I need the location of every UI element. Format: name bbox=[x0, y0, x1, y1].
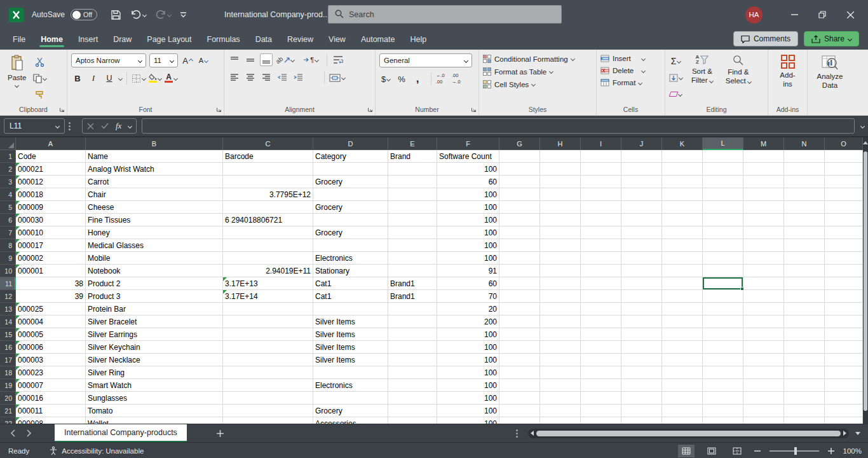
cell-C15[interactable] bbox=[223, 328, 313, 341]
percent-style-button[interactable]: % bbox=[395, 73, 408, 85]
cell-K11[interactable] bbox=[662, 277, 703, 290]
cell-C7[interactable] bbox=[223, 226, 313, 239]
cell-M14[interactable] bbox=[743, 316, 784, 328]
cell-D5[interactable]: Grocery bbox=[313, 201, 388, 214]
close-button[interactable] bbox=[836, 0, 864, 29]
cell-G9[interactable] bbox=[499, 252, 540, 265]
cell-H11[interactable] bbox=[540, 277, 581, 290]
cell-A18[interactable]: 000023 bbox=[16, 366, 86, 379]
decrease-font-button[interactable]: A bbox=[197, 54, 210, 67]
cell-J20[interactable] bbox=[621, 392, 662, 405]
cell-M13[interactable] bbox=[743, 303, 784, 316]
zoom-level[interactable]: 100% bbox=[843, 447, 862, 455]
cell-F19[interactable]: 100 bbox=[437, 379, 499, 392]
cell-F9[interactable]: 100 bbox=[437, 252, 499, 265]
cell-M9[interactable] bbox=[743, 252, 784, 265]
cell-G22[interactable] bbox=[499, 417, 540, 424]
font-dialog-launcher[interactable] bbox=[216, 107, 222, 113]
row-header-7[interactable]: 7 bbox=[0, 226, 16, 239]
cell-F4[interactable]: 100 bbox=[437, 188, 499, 201]
cell-D20[interactable] bbox=[313, 392, 388, 405]
number-dialog-launcher[interactable] bbox=[471, 107, 477, 113]
cell-I21[interactable] bbox=[581, 405, 621, 417]
cell-M10[interactable] bbox=[743, 265, 784, 277]
cell-C3[interactable] bbox=[223, 176, 313, 188]
cell-B18[interactable]: Silver Ring bbox=[86, 366, 223, 379]
cell-B9[interactable]: Mobile bbox=[86, 252, 223, 265]
clear-button[interactable] bbox=[669, 88, 682, 101]
cell-D3[interactable]: Grocery bbox=[313, 176, 388, 188]
cell-H1[interactable] bbox=[540, 150, 581, 163]
cell-J12[interactable] bbox=[621, 290, 662, 303]
cell-L22[interactable] bbox=[703, 417, 743, 424]
cell-E2[interactable] bbox=[388, 163, 437, 176]
cell-D2[interactable] bbox=[313, 163, 388, 176]
cell-N11[interactable] bbox=[784, 277, 825, 290]
cell-N10[interactable] bbox=[784, 265, 825, 277]
font-family-combo[interactable]: Aptos Narrow bbox=[71, 53, 146, 67]
cell-F7[interactable]: 100 bbox=[437, 226, 499, 239]
cell-D8[interactable] bbox=[313, 239, 388, 252]
cell-N22[interactable] bbox=[784, 417, 825, 424]
zoom-slider[interactable] bbox=[770, 450, 819, 452]
page-break-view-button[interactable] bbox=[729, 445, 745, 457]
cell-L9[interactable] bbox=[703, 252, 743, 265]
row-header-1[interactable]: 1 bbox=[0, 150, 16, 163]
cell-G5[interactable] bbox=[499, 201, 540, 214]
select-all-button[interactable] bbox=[0, 137, 16, 150]
cell-J21[interactable] bbox=[621, 405, 662, 417]
cell-N5[interactable] bbox=[784, 201, 825, 214]
cell-A2[interactable]: 000021 bbox=[16, 163, 86, 176]
cell-E13[interactable] bbox=[388, 303, 437, 316]
scroll-left-icon[interactable] bbox=[531, 431, 534, 436]
cell-B20[interactable]: Sunglasses bbox=[86, 392, 223, 405]
cell-F3[interactable]: 60 bbox=[437, 176, 499, 188]
tab-page-layout[interactable]: Page Layout bbox=[139, 35, 199, 50]
cell-I17[interactable] bbox=[581, 354, 621, 366]
cell-C12[interactable]: 3.17E+14 bbox=[223, 290, 313, 303]
row-header-21[interactable]: 21 bbox=[0, 405, 16, 417]
cell-D18[interactable] bbox=[313, 366, 388, 379]
find-select-button[interactable]: Find &Select bbox=[722, 53, 755, 87]
quick-access-toolbar-button[interactable] bbox=[180, 11, 187, 18]
enter-icon[interactable] bbox=[101, 123, 109, 129]
accessibility-status[interactable]: Accessibility: Unavailable bbox=[50, 447, 144, 455]
cell-L2[interactable] bbox=[703, 163, 743, 176]
row-header-10[interactable]: 10 bbox=[0, 265, 16, 277]
cell-F20[interactable]: 100 bbox=[437, 392, 499, 405]
column-header-H[interactable]: H bbox=[540, 137, 581, 150]
cell-H17[interactable] bbox=[540, 354, 581, 366]
cell-D12[interactable]: Cat1 bbox=[313, 290, 388, 303]
cell-O6[interactable] bbox=[825, 214, 863, 226]
row-header-3[interactable]: 3 bbox=[0, 176, 16, 188]
decrease-indent-button[interactable] bbox=[276, 71, 288, 84]
column-header-D[interactable]: D bbox=[313, 137, 388, 150]
cell-B10[interactable]: Notebook bbox=[86, 265, 223, 277]
bold-button[interactable]: B bbox=[71, 72, 84, 85]
cell-L18[interactable] bbox=[703, 366, 743, 379]
cell-I18[interactable] bbox=[581, 366, 621, 379]
row-header-15[interactable]: 15 bbox=[0, 328, 16, 341]
cell-D13[interactable] bbox=[313, 303, 388, 316]
cut-button[interactable] bbox=[33, 55, 46, 68]
save-button[interactable] bbox=[111, 10, 121, 20]
share-button[interactable]: Share bbox=[804, 31, 859, 46]
tab-review[interactable]: Review bbox=[280, 35, 321, 50]
cell-M7[interactable] bbox=[743, 226, 784, 239]
cell-B12[interactable]: Product 3 bbox=[86, 290, 223, 303]
increase-font-button[interactable]: A bbox=[181, 54, 194, 67]
cell-K16[interactable] bbox=[662, 341, 703, 354]
sort-filter-button[interactable]: AZ Sort &Filter bbox=[688, 53, 717, 87]
cell-I19[interactable] bbox=[581, 379, 621, 392]
cell-N8[interactable] bbox=[784, 239, 825, 252]
cell-G13[interactable] bbox=[499, 303, 540, 316]
cell-N7[interactable] bbox=[784, 226, 825, 239]
cell-L16[interactable] bbox=[703, 341, 743, 354]
cell-H10[interactable] bbox=[540, 265, 581, 277]
cell-J19[interactable] bbox=[621, 379, 662, 392]
zoom-slider-thumb[interactable] bbox=[794, 447, 797, 455]
cell-G7[interactable] bbox=[499, 226, 540, 239]
borders-button[interactable] bbox=[132, 72, 146, 85]
cell-A17[interactable]: 000003 bbox=[16, 354, 86, 366]
cell-A15[interactable]: 000005 bbox=[16, 328, 86, 341]
